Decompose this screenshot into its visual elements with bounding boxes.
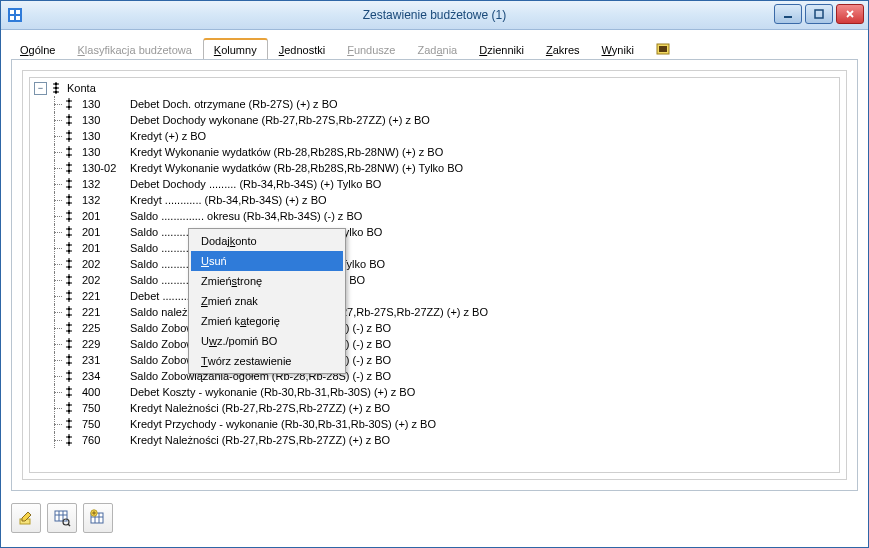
tab-kolumny[interactable]: Kolumny	[203, 38, 268, 61]
account-node-icon	[62, 401, 76, 415]
tab-ogólne[interactable]: Ogólne	[9, 39, 66, 61]
content-frame: − Konta 130Debet Doch. otrzymane (Rb-27S…	[11, 59, 858, 491]
tree-connector	[48, 352, 62, 368]
tree-row[interactable]: 202Saldo .............. okresu (Rb-34,Rb…	[30, 256, 839, 272]
tree-connector	[48, 160, 62, 176]
account-node-icon	[62, 417, 76, 431]
svg-rect-2	[16, 10, 20, 14]
account-node-icon	[62, 225, 76, 239]
tree-connector	[48, 256, 62, 272]
account-node-icon	[62, 97, 76, 111]
account-code: 400	[82, 386, 130, 398]
app-window: Zestawienie budżetowe (1) OgólneKlasyfik…	[0, 0, 869, 548]
account-node-icon	[62, 433, 76, 447]
tree-row[interactable]: 201Saldo .............. okresu (Rb-34,Rb…	[30, 208, 839, 224]
tree-row[interactable]: 225Saldo Zobowiązania-ogółem (Rb-28,Rb-2…	[30, 320, 839, 336]
account-node-icon	[62, 241, 76, 255]
tree-root-label: Konta	[67, 82, 96, 94]
tree-container: − Konta 130Debet Doch. otrzymane (Rb-27S…	[29, 77, 840, 473]
tab-zakres[interactable]: Zakres	[535, 39, 591, 61]
account-code: 202	[82, 274, 130, 286]
grid-add-button[interactable]	[83, 503, 113, 533]
account-node-icon	[62, 289, 76, 303]
app-icon	[7, 7, 23, 23]
tree-connector	[48, 96, 62, 112]
tree-row[interactable]: 201Saldo .............. okresu (Rb-34,Rb…	[30, 224, 839, 240]
tree-root[interactable]: − Konta	[30, 80, 839, 96]
tree-connector	[48, 304, 62, 320]
account-node-icon	[62, 145, 76, 159]
maximize-button[interactable]	[805, 4, 833, 24]
account-desc: Debet Dochody ......... (Rb-34,Rb-34S) (…	[130, 178, 381, 190]
account-desc: Kredyt Należności (Rb-27,Rb-27S,Rb-27ZZ)…	[130, 434, 390, 446]
svg-rect-4	[16, 16, 20, 20]
collapse-icon[interactable]: −	[34, 82, 47, 95]
tree-connector	[48, 112, 62, 128]
tree-row[interactable]: 750Kredyt Należności (Rb-27,Rb-27S,Rb-27…	[30, 400, 839, 416]
account-node-icon	[62, 209, 76, 223]
tree-connector	[48, 144, 62, 160]
account-code: 201	[82, 226, 130, 238]
account-code: 130	[82, 98, 130, 110]
account-desc: Debet Doch. otrzymane (Rb-27S) (+) z BO	[130, 98, 338, 110]
window-title: Zestawienie budżetowe (1)	[1, 8, 868, 22]
tree-row[interactable]: 229Saldo Zobowiązania-ogółem (Rb-28,Rb-2…	[30, 336, 839, 352]
context-menu-item[interactable]: Dodaj konto	[191, 231, 343, 251]
context-menu-item[interactable]: Zmień stronę	[191, 271, 343, 291]
tree-row[interactable]: 234Saldo Zobowiązania-ogółem (Rb-28,Rb-2…	[30, 368, 839, 384]
tree-connector	[48, 320, 62, 336]
close-button[interactable]	[836, 4, 864, 24]
tab-jednostki[interactable]: Jednostki	[268, 39, 336, 61]
context-menu-item[interactable]: Twórz zestawienie	[191, 351, 343, 371]
account-node-icon	[62, 369, 76, 383]
account-code: 750	[82, 418, 130, 430]
context-menu-item[interactable]: Usuń	[191, 251, 343, 271]
tree-row[interactable]: 130Kredyt Wykonanie wydatków (Rb-28,Rb28…	[30, 144, 839, 160]
tree-row[interactable]: 400Debet Koszty - wykonanie (Rb-30,Rb-31…	[30, 384, 839, 400]
tree-root-icon	[49, 81, 63, 95]
account-node-icon	[62, 161, 76, 175]
edit-button[interactable]	[11, 503, 41, 533]
tree-row[interactable]: 202Saldo .............. okresu (Rb-34,Rb…	[30, 272, 839, 288]
tab-zadania: Zadania	[406, 39, 468, 61]
account-code: 132	[82, 194, 130, 206]
svg-line-134	[68, 524, 70, 526]
context-menu-item[interactable]: Zmień znak	[191, 291, 343, 311]
tab-export-icon[interactable]	[645, 37, 681, 61]
tree-row[interactable]: 201Saldo ............ (Rb-28,Rb-28S) (-)…	[30, 240, 839, 256]
tree-row[interactable]: 130-02Kredyt Wykonanie wydatków (Rb-28,R…	[30, 160, 839, 176]
svg-rect-1	[10, 10, 14, 14]
tree-row[interactable]: 130Debet Dochody wykonane (Rb-27,Rb-27S,…	[30, 112, 839, 128]
grid-search-button[interactable]	[47, 503, 77, 533]
tree-connector	[48, 368, 62, 384]
tab-dzienniki[interactable]: Dzienniki	[468, 39, 535, 61]
tree-row[interactable]: 130Debet Doch. otrzymane (Rb-27S) (+) z …	[30, 96, 839, 112]
tree-row[interactable]: 760Kredyt Należności (Rb-27,Rb-27S,Rb-27…	[30, 432, 839, 448]
tree-connector	[48, 176, 62, 192]
account-node-icon	[62, 273, 76, 287]
context-menu-item[interactable]: Zmień kategorię	[191, 311, 343, 331]
svg-rect-10	[659, 46, 667, 52]
context-menu-item[interactable]: Uwz./pomiń BO	[191, 331, 343, 351]
window-buttons	[774, 4, 864, 24]
account-node-icon	[62, 385, 76, 399]
tree-connector	[48, 432, 62, 448]
tree-connector	[48, 416, 62, 432]
account-node-icon	[62, 129, 76, 143]
tree-row[interactable]: 221Saldo należności pozostałe do zapłaty…	[30, 304, 839, 320]
tree-row[interactable]: 750Kredyt Przychody - wykonanie (Rb-30,R…	[30, 416, 839, 432]
account-code: 221	[82, 306, 130, 318]
tree-connector	[48, 192, 62, 208]
tree-row[interactable]: 231Saldo Zobowiązania-ogółem (Rb-28,Rb-2…	[30, 352, 839, 368]
tab-wyniki[interactable]: Wyniki	[591, 39, 645, 61]
tree-row[interactable]: 221Debet ........... (Rb-27ZZ) (+) Tylko…	[30, 288, 839, 304]
minimize-button[interactable]	[774, 4, 802, 24]
account-desc: Kredyt Wykonanie wydatków (Rb-28,Rb28S,R…	[130, 146, 443, 158]
tree-row[interactable]: 132Kredyt ............ (Rb-34,Rb-34S) (+…	[30, 192, 839, 208]
tree-row[interactable]: 130Kredyt (+) z BO	[30, 128, 839, 144]
account-desc: Kredyt ............ (Rb-34,Rb-34S) (+) z…	[130, 194, 327, 206]
account-code: 229	[82, 338, 130, 350]
accounts-tree[interactable]: − Konta 130Debet Doch. otrzymane (Rb-27S…	[30, 78, 839, 473]
tree-row[interactable]: 132Debet Dochody ......... (Rb-34,Rb-34S…	[30, 176, 839, 192]
tree-connector	[48, 208, 62, 224]
